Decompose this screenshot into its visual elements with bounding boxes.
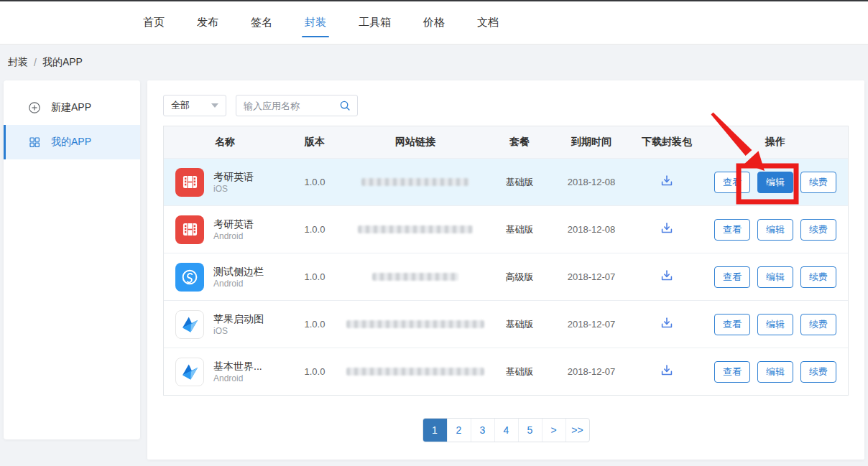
app-s-logo-icon [175, 263, 204, 292]
last-page-button[interactable]: >> [565, 419, 589, 442]
renew-button-row-4[interactable]: 续费 [800, 314, 836, 335]
app-name-cell: 考研英语Android [164, 215, 286, 244]
pagination-wrap: 12345>>> [163, 418, 849, 442]
sidebar: 新建APP我的APP [4, 80, 140, 439]
app-name-cell: 测试侧边栏Android [164, 263, 286, 292]
app-version: 1.0.0 [286, 177, 343, 187]
actions-cell: 查看编辑续费 [703, 219, 848, 241]
edit-button-row-2[interactable]: 编辑 [757, 219, 793, 241]
page-button-3[interactable]: 3 [471, 419, 494, 442]
app-version: 1.0.0 [286, 366, 343, 377]
app-platform: iOS [213, 325, 264, 337]
actions-cell: 查看编辑续费 [703, 172, 848, 193]
page-button-1[interactable]: 1 [423, 419, 447, 442]
filter-row: 全部 [163, 95, 849, 116]
download-icon[interactable] [659, 220, 675, 236]
blurred-url [346, 368, 484, 376]
view-button-row-3[interactable]: 查看 [714, 266, 750, 288]
chevron-down-icon [211, 103, 218, 108]
table-row: 测试侧边栏Android1.0.0高级版2018-12-07查看编辑续费 [164, 253, 848, 300]
breadcrumb-item-my-app: 我的APP [42, 56, 83, 69]
nav-item-封装[interactable]: 封装 [303, 1, 328, 44]
view-button-row-4[interactable]: 查看 [714, 314, 750, 335]
page-button-4[interactable]: 4 [494, 419, 518, 442]
actions-cell: 查看编辑续费 [703, 314, 848, 335]
app-name: 测试侧边栏 [213, 265, 264, 278]
edit-button-row-5[interactable]: 编辑 [757, 361, 793, 383]
app-name: 考研英语 [213, 170, 254, 183]
view-button-row-2[interactable]: 查看 [714, 219, 750, 241]
column-header-网站链接: 网站链接 [343, 136, 487, 149]
sidebar-item-label: 我的APP [51, 136, 91, 149]
plan-label: 基础版 [487, 223, 552, 236]
download-icon[interactable] [659, 315, 675, 331]
column-header-名称: 名称 [164, 136, 286, 149]
nav-item-工具箱[interactable]: 工具箱 [357, 1, 392, 44]
category-select[interactable]: 全部 [163, 95, 226, 116]
app-version: 1.0.0 [286, 224, 343, 235]
sidebar-item-label: 新建APP [51, 101, 91, 114]
view-button-row-1[interactable]: 查看 [714, 172, 750, 193]
search-input[interactable] [244, 101, 338, 111]
column-header-操作: 操作 [703, 136, 848, 149]
search-icon[interactable] [338, 99, 351, 112]
page-button-5[interactable]: 5 [518, 419, 542, 442]
grid-icon [28, 136, 41, 149]
nav-item-签名[interactable]: 签名 [249, 1, 274, 44]
table-row: 苹果启动图iOS1.0.0基础版2018-12-07查看编辑续费 [164, 300, 848, 348]
nav-item-文档[interactable]: 文档 [476, 1, 500, 44]
website-link-cell [343, 225, 487, 233]
breadcrumb-item-package[interactable]: 封装 [8, 56, 28, 69]
nav-item-价格[interactable]: 价格 [422, 1, 446, 44]
column-header-下载封装包: 下载封装包 [631, 136, 703, 149]
content-area: 新建APP我的APP 全部 名称版本网站链接套餐到期时间下载封装包操作 考研英语… [0, 80, 868, 460]
download-icon[interactable] [659, 268, 675, 284]
pagination: 12345>>> [423, 418, 590, 442]
download-icon[interactable] [659, 173, 675, 189]
renew-button-row-3[interactable]: 续费 [800, 266, 836, 288]
renew-button-row-5[interactable]: 续费 [800, 361, 836, 383]
expiry-date: 2018-12-07 [552, 319, 631, 330]
column-header-套餐: 套餐 [487, 136, 552, 149]
nav-item-发布[interactable]: 发布 [195, 1, 220, 44]
edit-button-row-4[interactable]: 编辑 [757, 314, 793, 335]
renew-button-row-1[interactable]: 续费 [800, 172, 836, 193]
app-name: 苹果启动图 [213, 312, 264, 325]
table-body: 考研英语iOS1.0.0基础版2018-12-08查看编辑续费考研英语Andro… [164, 158, 848, 395]
plus-circle-icon [28, 101, 41, 114]
table-row: 考研英语Android1.0.0基础版2018-12-08查看编辑续费 [164, 205, 848, 253]
website-link-cell [343, 320, 487, 328]
next-page-button[interactable]: > [542, 419, 565, 442]
plan-label: 基础版 [487, 318, 552, 331]
expiry-date: 2018-12-07 [552, 366, 631, 377]
plan-label: 高级版 [487, 271, 552, 284]
breadcrumb-separator: / [34, 57, 37, 68]
table-row: 考研英语iOS1.0.0基础版2018-12-08查看编辑续费 [164, 158, 848, 205]
expiry-date: 2018-12-08 [552, 177, 631, 187]
app-table: 名称版本网站链接套餐到期时间下载封装包操作 考研英语iOS1.0.0基础版201… [163, 126, 849, 396]
page-button-2[interactable]: 2 [447, 419, 471, 442]
view-button-row-5[interactable]: 查看 [714, 361, 750, 383]
nav-item-首页[interactable]: 首页 [142, 1, 166, 44]
website-link-cell [343, 178, 487, 186]
app-platform: Android [213, 278, 264, 289]
main-navigation: 首页发布签名封装工具箱价格文档 [0, 1, 530, 44]
expiry-date: 2018-12-08 [552, 224, 631, 235]
app-name-cell: 苹果启动图iOS [164, 310, 286, 339]
app-version: 1.0.0 [286, 271, 343, 282]
app-name: 基本世界... [213, 360, 262, 373]
app-bird-icon [175, 310, 204, 339]
edit-button-row-1[interactable]: 编辑 [757, 172, 793, 193]
download-icon[interactable] [659, 363, 675, 378]
plan-label: 基础版 [487, 365, 552, 378]
blurred-url [358, 225, 473, 233]
edit-button-row-3[interactable]: 编辑 [757, 266, 793, 288]
main-panel: 全部 名称版本网站链接套餐到期时间下载封装包操作 考研英语iOS1.0.0基础版… [147, 80, 864, 460]
app-name-cell: 基本世界...Android [164, 358, 286, 386]
column-header-到期时间: 到期时间 [552, 136, 631, 149]
sidebar-item-新建APP[interactable]: 新建APP [4, 90, 140, 125]
renew-button-row-2[interactable]: 续费 [800, 219, 836, 241]
app-name-cell: 考研英语iOS [164, 168, 286, 197]
plan-label: 基础版 [487, 176, 552, 189]
sidebar-item-我的APP[interactable]: 我的APP [4, 125, 140, 159]
